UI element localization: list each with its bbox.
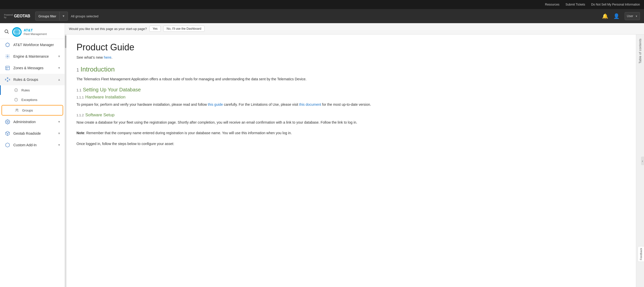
do-not-sell-link[interactable]: Do Not Sell My Personal Information bbox=[591, 3, 640, 6]
sidebar-item-geotab-roadside[interactable]: Geotab Roadside ▼ bbox=[0, 128, 65, 139]
content-wrapper: Would you like to set this page as your … bbox=[65, 23, 644, 287]
svg-point-11 bbox=[16, 109, 17, 110]
sidebar-item-workforce[interactable]: AT&T Workforce Manager bbox=[0, 39, 65, 51]
geotab-brand: GEOTAB bbox=[14, 14, 30, 18]
att-logo-icon bbox=[12, 27, 22, 37]
filter-bar: Poweredby GEOTAB Groups filter ▼ All gro… bbox=[0, 9, 644, 23]
subtitle-text: See what's new bbox=[76, 55, 104, 59]
groups-sub-label: Groups bbox=[22, 109, 33, 112]
rules-chevron-icon: ▲ bbox=[58, 78, 61, 81]
sidebar-item-engine[interactable]: Engine & Maintenance ▼ bbox=[0, 51, 65, 62]
brand-text: AT&T Fleet Management bbox=[24, 28, 47, 36]
engine-chevron-icon: ▼ bbox=[58, 55, 61, 58]
toc-collapse-button[interactable]: ‹ bbox=[641, 157, 644, 165]
groups-filter-button[interactable]: Groups filter ▼ bbox=[35, 12, 68, 21]
main-content: Product Guide See what's new here. 1Intr… bbox=[66, 34, 636, 287]
groups-filter-label: Groups filter bbox=[35, 14, 59, 18]
startup-prompt-text: Would you like to set this page as your … bbox=[69, 27, 147, 31]
username-label: User bbox=[627, 14, 633, 18]
feedback-tab-button[interactable]: Feedback bbox=[638, 246, 644, 262]
sidebar-item-custom-addon[interactable]: Custom Add-In ▼ bbox=[0, 139, 65, 151]
zones-label: Zones & Messages bbox=[13, 66, 55, 70]
geotab-logo: Poweredby GEOTAB bbox=[4, 14, 30, 19]
notifications-bell-icon[interactable]: 🔔 bbox=[602, 13, 608, 19]
geotab-roadside-icon bbox=[5, 131, 10, 136]
content-scroll-area: Product Guide See what's new here. 1Intr… bbox=[65, 34, 644, 287]
section-1-1-heading: 1.1Setting Up Your Database bbox=[76, 87, 623, 93]
toc-label[interactable]: Table of contents bbox=[638, 37, 642, 65]
sidebar-subitem-exceptions[interactable]: Exceptions bbox=[0, 95, 65, 104]
sidebar: AT&T Fleet Management AT&T Workforce Man… bbox=[0, 23, 65, 287]
sidebar-item-rules[interactable]: Rules & Groups ▲ bbox=[0, 74, 65, 85]
search-icon[interactable] bbox=[4, 29, 9, 35]
section-1-heading: 1Introduction bbox=[76, 65, 623, 73]
svg-point-7 bbox=[7, 56, 8, 57]
geotab-roadside-chevron-icon: ▼ bbox=[58, 132, 61, 135]
feedback-label: Feedback bbox=[639, 248, 642, 260]
section-1-1-num: 1.1 bbox=[76, 88, 81, 92]
exceptions-sub-label: Exceptions bbox=[21, 98, 37, 102]
main-layout: AT&T Fleet Management AT&T Workforce Man… bbox=[0, 23, 644, 287]
administration-icon bbox=[5, 119, 10, 125]
powered-by-text: Poweredby bbox=[4, 14, 13, 19]
zones-icon bbox=[5, 65, 10, 71]
custom-addon-icon bbox=[5, 142, 10, 148]
user-profile-icon[interactable]: 👤 bbox=[613, 13, 620, 19]
custom-addon-label: Custom Add-In bbox=[13, 143, 55, 147]
svg-point-12 bbox=[17, 109, 18, 110]
section-1-1-2-body-1: Now create a database for your fleet usi… bbox=[76, 120, 623, 125]
svg-point-13 bbox=[7, 121, 8, 123]
filter-bar-right: 🔔 👤 User ▼ bbox=[602, 12, 640, 20]
engine-label: Engine & Maintenance bbox=[13, 54, 55, 58]
top-bar: Resources Submit Tickets Do Not Sell My … bbox=[0, 0, 644, 9]
administration-chevron-icon: ▼ bbox=[58, 120, 61, 124]
section-1-num: 1 bbox=[76, 67, 79, 73]
startup-yes-button[interactable]: Yes bbox=[149, 26, 161, 32]
engine-icon bbox=[5, 54, 10, 59]
section-1-1-1-num: 1.1.1 bbox=[76, 95, 84, 99]
workforce-label: AT&T Workforce Manager bbox=[13, 43, 61, 47]
geotab-roadside-label: Geotab Roadside bbox=[13, 131, 55, 135]
toc-collapse-arrow-icon: ‹ bbox=[642, 159, 643, 163]
startup-prompt: Would you like to set this page as your … bbox=[65, 23, 644, 34]
section-1-1-2-body-2: Once logged in, follow the steps below t… bbox=[76, 141, 623, 147]
brand-subtitle: Fleet Management bbox=[24, 32, 47, 36]
groups-filter-chevron-icon: ▼ bbox=[59, 12, 68, 20]
section-1-1-2-note: Note: Remember that the company name ent… bbox=[76, 130, 623, 136]
svg-line-1 bbox=[8, 32, 9, 33]
rules-icon bbox=[5, 77, 10, 82]
brand-name: AT&T bbox=[24, 28, 47, 32]
custom-addon-chevron-icon: ▼ bbox=[58, 143, 61, 147]
brand-logo: AT&T Fleet Management bbox=[12, 27, 47, 37]
sidebar-item-zones[interactable]: Zones & Messages ▼ bbox=[0, 62, 65, 74]
exceptions-sub-icon bbox=[14, 97, 18, 102]
sidebar-header: AT&T Fleet Management bbox=[0, 23, 65, 39]
content-area: Would you like to set this page as your … bbox=[65, 23, 644, 287]
sidebar-subitem-groups[interactable]: Groups bbox=[2, 105, 63, 116]
subtitle-link[interactable]: here bbox=[104, 55, 111, 59]
top-bar-links: Resources Submit Tickets Do Not Sell My … bbox=[545, 3, 640, 6]
rules-sub-label: Rules bbox=[21, 88, 30, 92]
section-1-1-2-num: 1.1.2 bbox=[76, 113, 84, 117]
rules-sub-icon bbox=[14, 88, 18, 92]
subtitle-end: . bbox=[111, 55, 112, 59]
user-dropdown-arrow-icon: ▼ bbox=[635, 15, 638, 18]
zones-chevron-icon: ▼ bbox=[58, 66, 61, 70]
section-1-1-1-heading: 1.1.1Hardware Installation bbox=[76, 95, 623, 100]
sidebar-subitem-rules[interactable]: Rules bbox=[0, 85, 65, 95]
section-1-body: The Telematics Fleet Management Applicat… bbox=[76, 76, 623, 82]
all-groups-selected-text: All groups selected bbox=[71, 14, 99, 18]
sidebar-item-administration[interactable]: Administration ▼ bbox=[0, 116, 65, 128]
administration-label: Administration bbox=[13, 120, 55, 124]
this-guide-link[interactable]: this guide bbox=[208, 102, 223, 106]
page-subtitle: See what's new here. bbox=[76, 55, 623, 59]
section-1-1-2-heading: 1.1.2Software Setup bbox=[76, 113, 623, 118]
submit-tickets-link[interactable]: Submit Tickets bbox=[566, 3, 585, 6]
page-title: Product Guide bbox=[76, 42, 623, 53]
resources-link[interactable]: Resources bbox=[545, 3, 559, 6]
svg-point-0 bbox=[5, 30, 8, 33]
user-dropdown-button[interactable]: User ▼ bbox=[625, 12, 640, 20]
startup-no-button[interactable]: No, I'll use the Dashboard bbox=[163, 26, 205, 32]
this-document-link[interactable]: this document bbox=[299, 102, 321, 106]
puzzle-icon bbox=[5, 42, 10, 48]
